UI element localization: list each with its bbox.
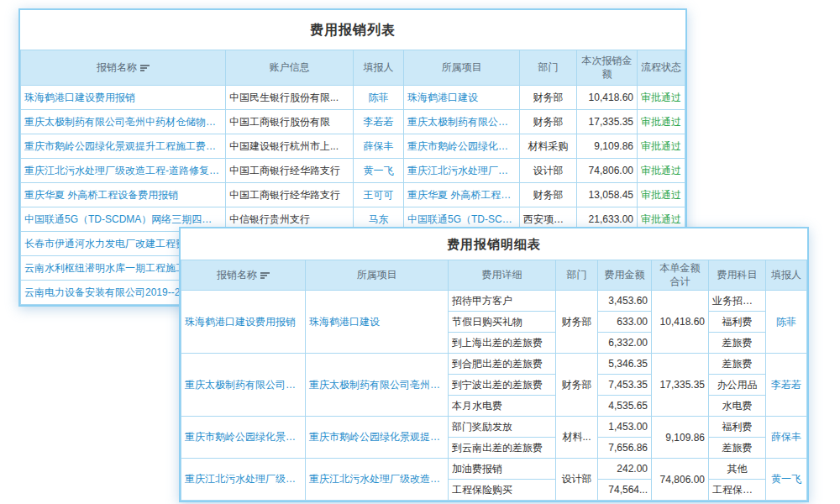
expense-amount-cell: 633.00 [598,312,652,333]
col-header-label: 流程状态 [641,61,681,73]
status-badge: 审批通过 [638,110,685,134]
sort-icon[interactable] [260,271,270,280]
project-link[interactable]: 珠海鹤港口建设 [404,86,520,110]
department-cell: 财务部 [556,354,598,417]
expense-detail-cell: 加油费报销 [449,459,556,480]
expense-category-cell: 差旅费 [709,354,766,375]
expense-category-cell: 其他 [709,459,766,480]
department-cell: 设计部 [556,459,598,501]
total-amount-cell: 17,335.35 [652,354,709,417]
expense-detail-cell: 到云南出差的差旅费 [449,438,556,459]
list-col-header-1: 账户信息 [226,50,354,86]
expense-amount-cell: 7,453.35 [598,375,652,396]
filler-link[interactable]: 薛保丰 [354,134,404,159]
expense-detail-cell: 节假日购买礼物 [449,312,556,333]
department-cell: 财务部 [556,291,598,354]
expense-category-cell: 福利费 [709,417,766,438]
expense-list-title: 费用报销列表 [20,10,685,50]
expense-detail-cell: 到上海出差的差旅费 [449,333,556,354]
list-col-header-4: 部门 [520,50,577,86]
expense-detail-title: 费用报销明细表 [181,228,807,260]
detail-col-header-1: 所属项目 [306,260,449,291]
reimbursement-name-link[interactable]: 重庆太极制药有限公司亳州中药材仓储物流基地项... [21,110,226,134]
list-col-header-0: 报销名称 [21,50,226,86]
desktop-stage: 费用报销列表 报销名称账户信息填报人所属项目部门本次报销金额流程状态 珠海鹤港口… [0,0,840,504]
project-link[interactable]: 重庆市鹅岭公园绿化景观提升工程施工 [306,417,449,459]
expense-category-cell: 业务招待费 [709,291,766,312]
expense-detail-cell: 部门奖励发放 [449,417,556,438]
expense-amount-cell: 74,564... [598,480,652,501]
detail-col-header-7: 填报人 [766,260,807,291]
filler-link[interactable]: 陈菲 [354,86,404,110]
expense-list-row: 重庆市鹅岭公园绿化景观提升工程施工费用报销中国建设银行杭州市上...薛保丰重庆市… [21,134,685,159]
department-cell: 财务部 [520,86,577,110]
expense-list-row: 重庆江北污水处理厂级改造工程-道路修复工程费用...中国工商银行经华路支行黄一飞… [21,159,685,183]
col-header-label: 费用金额 [605,269,645,281]
expense-amount-cell: 6,332.00 [598,333,652,354]
reimbursement-name-link[interactable]: 珠海鹤港口建设费用报销 [181,291,306,354]
col-header-label: 费用科目 [717,269,758,281]
expense-category-cell: 差旅费 [709,438,766,459]
expense-detail-cell: 到合肥出差的差旅费 [449,354,556,375]
col-header-label: 报销名称 [97,61,137,73]
department-cell: 财务部 [520,110,577,134]
status-badge: 审批通过 [638,86,685,110]
filler-link[interactable]: 黄一飞 [766,459,807,501]
project-link[interactable]: 重庆太极制药有限公司亳州中... [404,110,520,134]
list-col-header-6: 流程状态 [638,50,685,86]
sort-icon[interactable] [140,64,150,72]
reimbursement-name-link[interactable]: 重庆江北污水处理厂级改造工程-道路修复工程费用... [21,159,226,183]
filler-link[interactable]: 王可可 [354,183,404,207]
expense-amount-cell: 1,453.00 [598,417,652,438]
expense-category-cell: 水电费 [709,396,766,417]
list-col-header-2: 填报人 [354,50,404,86]
total-amount-cell: 74,806.00 [652,459,709,501]
project-link[interactable]: 重庆华夏 外高桥工程设备 [404,183,520,207]
filler-link[interactable]: 黄一飞 [354,159,404,183]
col-header-label: 账户信息 [270,61,310,73]
account-info-cell: 中国民生银行股份有限... [226,86,354,110]
reimbursement-name-link[interactable]: 重庆江北污水处理厂级改造工程-... [181,459,306,501]
col-header-label: 费用详细 [482,269,522,281]
project-link[interactable]: 重庆江北污水处理厂级改造工... [404,159,520,183]
filler-link[interactable]: 李若若 [354,110,404,134]
filler-link[interactable]: 李若若 [766,354,807,417]
expense-list-row: 重庆华夏 外高桥工程设备费用报销中国工商银行经华路支行王可可重庆华夏 外高桥工程… [21,183,685,207]
amount-cell: 17,335.35 [577,110,638,134]
project-link[interactable]: 重庆市鹅岭公园绿化景观提升... [404,134,520,159]
list-col-header-5: 本次报销金额 [577,50,638,86]
expense-amount-cell: 7,656.86 [598,438,652,459]
expense-category-cell: 福利费 [709,312,766,333]
reimbursement-name-link[interactable]: 重庆市鹅岭公园绿化景观提升工程施工费用报销 [21,134,226,159]
expense-list-row: 重庆太极制药有限公司亳州中药材仓储物流基地项...中国工商银行股份有限李若若重庆… [21,110,685,134]
reimbursement-name-link[interactable]: 重庆华夏 外高桥工程设备费用报销 [21,183,226,207]
reimbursement-name-link[interactable]: 重庆市鹅岭公园绿化景观提升工程施... [181,417,306,459]
expense-category-cell: 差旅费 [709,333,766,354]
reimbursement-name-link[interactable]: 重庆太极制药有限公司亳州中药... [181,354,306,417]
total-amount-cell: 10,418.60 [652,291,709,354]
expense-amount-cell: 3,453.60 [598,291,652,312]
filler-link[interactable]: 薛保丰 [766,417,807,459]
total-amount-cell: 9,109.86 [652,417,709,459]
col-header-label: 报销名称 [217,269,257,281]
expense-detail-row: 重庆市鹅岭公园绿化景观提升工程施...重庆市鹅岭公园绿化景观提升工程施工部门奖励… [181,417,807,438]
department-cell: 设计部 [520,159,577,183]
project-link[interactable]: 珠海鹤港口建设 [306,291,449,354]
expense-category-cell: 办公用品 [709,375,766,396]
expense-detail-cell: 到宁波出差的差旅费 [449,375,556,396]
col-header-label: 填报人 [364,61,394,73]
amount-cell: 9,109.86 [577,134,638,159]
col-header-label: 本单金额合计 [660,262,701,287]
project-link[interactable]: 重庆江北污水处理厂级改造工程-道路修复工... [306,459,449,501]
status-badge: 审批通过 [638,183,685,207]
detail-col-header-4: 费用金额 [598,260,652,291]
reimbursement-name-link[interactable]: 珠海鹤港口建设费用报销 [21,86,226,110]
expense-list-row: 珠海鹤港口建设费用报销中国民生银行股份有限...陈菲珠海鹤港口建设财务部10,4… [21,86,685,110]
project-link[interactable]: 重庆太极制药有限公司亳州中药材仓储物... [306,354,449,417]
expense-amount-cell: 5,346.35 [598,354,652,375]
filler-link[interactable]: 陈菲 [766,291,807,354]
expense-detail-cell: 工程保险购买 [449,480,556,501]
col-header-label: 所属项目 [442,61,482,73]
col-header-label: 填报人 [771,269,801,281]
account-info-cell: 中国工商银行经华路支行 [226,183,354,207]
